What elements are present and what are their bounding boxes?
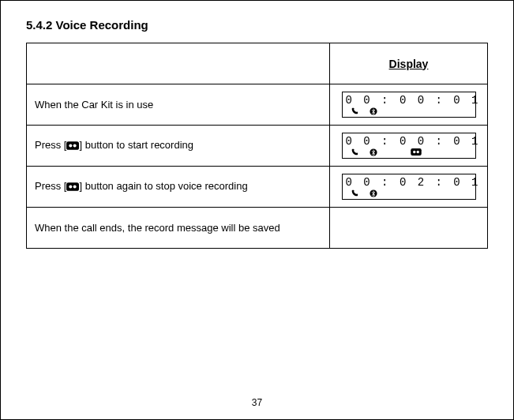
record-button-icon [66,181,79,195]
svg-point-7 [416,151,418,153]
svg-rect-1 [66,141,79,150]
svg-point-2 [69,144,73,147]
lcd-time: 0 0 : 0 0 : 0 1 [346,94,472,107]
svg-point-6 [413,151,415,153]
instruction-cell: When the call ends, the record message w… [27,208,330,249]
table-row: Press [] button again to stop voice reco… [27,167,488,208]
instruction-cell: Press [] button to start recording [27,126,330,167]
instruction-text-post: ] button to start recording [79,139,193,151]
svg-rect-8 [66,182,79,191]
svg-point-9 [69,185,73,188]
instruction-text: When the Car Kit is in use [35,99,153,111]
section-heading: 5.4.2 Voice Recording [26,18,488,32]
table-row: When the call ends, the record message w… [27,208,488,249]
bluetooth-icon [370,148,377,156]
table-row: When the Car Kit is in use 0 0 : 0 0 : 0… [27,84,488,126]
svg-rect-5 [411,148,422,156]
display-cell: 0 0 : 0 0 : 0 1 [330,84,488,126]
instruction-text-post: ] button again to stop voice recording [79,180,247,192]
instruction-text-pre: Press [ [35,180,66,192]
phone-icon [351,107,358,115]
display-cell [330,208,488,249]
display-cell: 0 0 : 0 2 : 0 1 [330,167,488,208]
phone-icon [351,148,358,156]
lcd-time: 0 0 : 0 0 : 0 1 [346,135,472,148]
instruction-text: When the call ends, the record message w… [35,222,280,234]
bluetooth-icon [370,107,377,115]
lcd-display: 0 0 : 0 0 : 0 1 [342,92,476,118]
display-cell: 0 0 : 0 0 : 0 1 [330,126,488,167]
instruction-cell: When the Car Kit is in use [27,84,330,126]
svg-point-3 [73,144,77,147]
bluetooth-icon [370,189,377,197]
lcd-display: 0 0 : 0 2 : 0 1 [342,174,476,200]
instruction-text-pre: Press [ [35,139,66,151]
lcd-time: 0 0 : 0 2 : 0 1 [346,176,472,189]
table-row: Press [] button to start recording 0 0 :… [27,126,488,167]
instruction-cell: Press [] button again to stop voice reco… [27,167,330,208]
page-number: 37 [1,397,513,408]
phone-icon [351,189,358,197]
record-icon [411,148,422,156]
lcd-display: 0 0 : 0 0 : 0 1 [342,133,476,159]
svg-point-10 [73,185,77,188]
record-button-icon [66,140,79,154]
voice-recording-table: Display When the Car Kit is in use 0 0 :… [26,43,488,249]
table-header-display: Display [330,43,488,84]
table-header-blank [27,43,330,84]
